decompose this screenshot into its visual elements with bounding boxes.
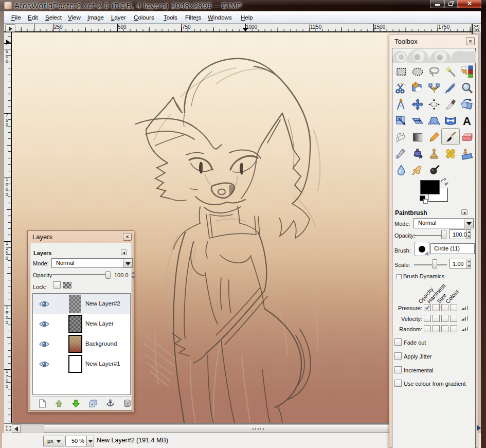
svg-text:A: A bbox=[463, 115, 471, 127]
